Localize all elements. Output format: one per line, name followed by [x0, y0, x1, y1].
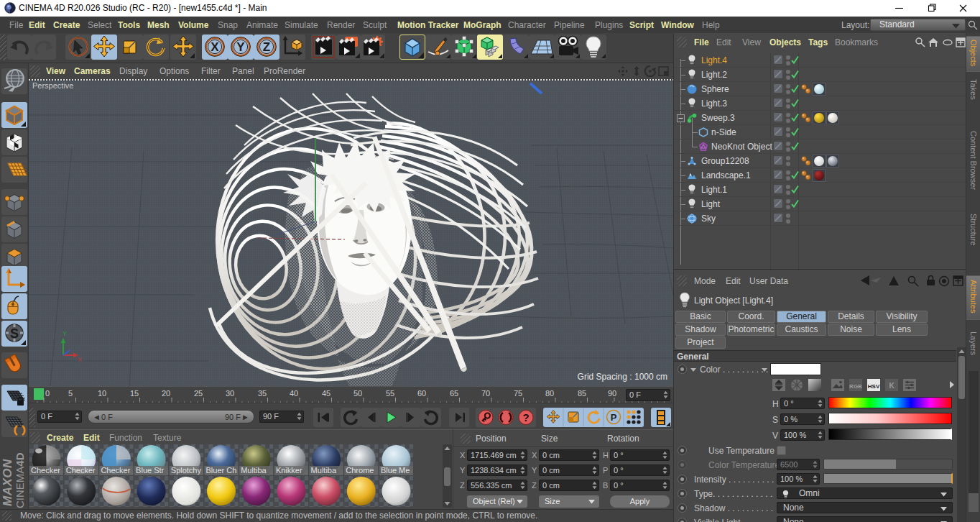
svg-text:Z: Z — [263, 40, 270, 54]
svg-text:K: K — [889, 382, 895, 390]
svg-text:RGB: RGB — [849, 383, 862, 390]
svg-text:5: 5 — [68, 389, 73, 398]
svg-text:?: ? — [522, 411, 529, 423]
svg-text:60: 60 — [417, 389, 426, 398]
svg-text:40: 40 — [290, 389, 298, 398]
svg-text:90: 90 — [608, 389, 616, 398]
svg-text:70: 70 — [481, 389, 490, 398]
svg-text:85: 85 — [578, 389, 586, 398]
svg-text:Multiba: Multiba — [311, 466, 337, 475]
svg-text:55: 55 — [386, 389, 394, 398]
svg-text:35: 35 — [258, 389, 267, 398]
svg-text:Blue Me: Blue Me — [381, 466, 410, 475]
svg-text:Checker: Checker — [31, 466, 60, 475]
svg-text:25: 25 — [194, 389, 203, 398]
svg-text:Multiba: Multiba — [241, 466, 267, 475]
svg-text:Chrome: Chrome — [346, 466, 374, 475]
svg-text:Splotchy: Splotchy — [171, 466, 202, 475]
svg-text:50: 50 — [353, 389, 362, 398]
svg-text:45: 45 — [322, 389, 330, 398]
svg-text:65: 65 — [450, 389, 458, 398]
svg-text:Checker: Checker — [66, 466, 96, 475]
svg-text:X: X — [211, 40, 219, 54]
svg-text:20: 20 — [162, 389, 170, 398]
svg-text:75: 75 — [514, 389, 522, 398]
svg-text:Y: Y — [236, 40, 245, 54]
svg-text:S: S — [10, 326, 19, 341]
svg-text:P: P — [611, 412, 617, 423]
svg-text:X: X — [78, 356, 82, 363]
svg-text:15: 15 — [130, 389, 139, 398]
svg-text:80: 80 — [545, 389, 554, 398]
svg-text:Bluer Ch: Bluer Ch — [206, 466, 237, 475]
svg-text:Blue Str: Blue Str — [136, 466, 164, 475]
svg-text:10: 10 — [98, 389, 106, 398]
svg-text:30: 30 — [226, 389, 234, 398]
svg-text:Y: Y — [63, 330, 67, 337]
svg-text:Knikker: Knikker — [276, 466, 302, 475]
svg-text:Checker: Checker — [101, 466, 130, 475]
svg-text:HSV: HSV — [868, 383, 880, 390]
svg-text:0: 0 — [45, 389, 50, 398]
